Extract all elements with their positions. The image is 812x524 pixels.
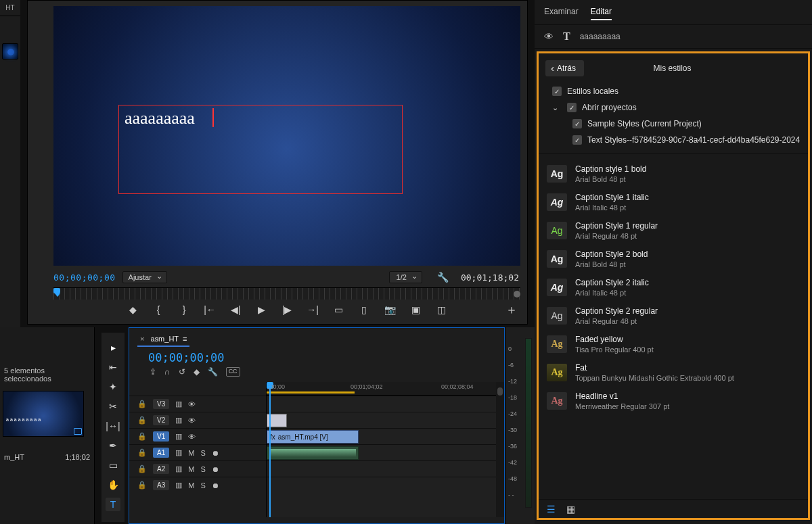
style-item[interactable]: AgHeadline v1Merriweather Regular 307 pt xyxy=(539,387,808,415)
track-target-a1[interactable]: A1 xyxy=(153,448,169,458)
style-item[interactable]: AgCaption Style 1 italicArial Italic 48 … xyxy=(539,188,808,216)
linked-sel-icon[interactable]: ↺ xyxy=(179,367,185,377)
mute-icon[interactable]: M xyxy=(188,481,194,490)
filter-local-styles[interactable]: Estilos locales xyxy=(567,87,618,96)
style-item[interactable]: AgCaption Style 2 italicArial Italic 48 … xyxy=(539,273,808,302)
eye-icon[interactable]: 👁 xyxy=(544,31,554,42)
lane-a2[interactable] xyxy=(267,460,504,477)
filter-text-styles-file[interactable]: Text Styles--f5784529-90c7-8a41-cecf-dd4… xyxy=(587,135,800,145)
resolution-select[interactable]: 1/2 xyxy=(389,271,422,283)
lock-icon[interactable]: 🔒 xyxy=(137,481,147,490)
go-to-in-icon[interactable]: |← xyxy=(204,304,216,316)
title-text[interactable]: aaaaaaaaa xyxy=(125,108,195,128)
back-button[interactable]: Atrás xyxy=(545,60,584,76)
style-item[interactable]: AgCaption style 1 boldArial Bold 48 pt xyxy=(539,160,808,188)
chevron-down-icon[interactable]: ⌄ xyxy=(552,103,562,112)
project-clip-name[interactable]: m_HT xyxy=(4,453,24,461)
checkbox[interactable] xyxy=(552,87,562,96)
filmstrip-icon[interactable]: ▥ xyxy=(175,465,182,473)
tl-settings-icon[interactable]: 🔧 xyxy=(208,367,218,377)
play-icon[interactable]: ▶ xyxy=(255,304,267,316)
program-end-marker[interactable] xyxy=(514,291,520,297)
timeline-playhead-tc[interactable]: 00;00;00;00 xyxy=(137,347,496,367)
filmstrip-icon[interactable]: ▥ xyxy=(175,432,182,441)
solo-icon[interactable]: S xyxy=(200,481,205,490)
track-target-v3[interactable]: V3 xyxy=(153,399,169,409)
timeline-ruler[interactable]: ;00;00 00;01;04;02 00;02;08;04 xyxy=(267,382,504,396)
style-item[interactable]: AgFaded yellowTisa Pro Regular 400 pt xyxy=(539,330,808,358)
voiceover-icon[interactable]: ⏺ xyxy=(212,481,219,490)
close-icon[interactable]: × xyxy=(140,335,144,343)
mark-out-icon[interactable]: } xyxy=(178,304,190,316)
list-view-icon[interactable]: ☰ xyxy=(547,504,556,515)
lane-v2[interactable] xyxy=(267,412,504,428)
cc-icon[interactable]: CC xyxy=(226,367,240,377)
button-editor-icon[interactable]: ＋ xyxy=(505,302,518,318)
type-tool-icon[interactable]: T xyxy=(106,498,120,511)
left-tab-ht[interactable]: HT xyxy=(0,0,20,16)
tab-browse[interactable]: Examinar xyxy=(544,7,579,20)
style-item[interactable]: AgFatToppan Bunkyu Midashi Gothic Extrab… xyxy=(539,358,808,387)
lane-a1[interactable] xyxy=(267,444,504,460)
tab-edit[interactable]: Editar xyxy=(591,7,612,20)
solo-icon[interactable]: S xyxy=(200,449,205,457)
checkbox[interactable] xyxy=(572,135,582,145)
lock-icon[interactable]: 🔒 xyxy=(137,448,147,457)
track-target-v2[interactable]: V2 xyxy=(153,415,169,425)
timeline-track-area[interactable]: ;00;00 00;01;04;02 00;02;08;04 fx asm_HT… xyxy=(266,382,504,517)
track-target-a3[interactable]: A3 xyxy=(153,480,169,490)
sequence-tab[interactable]: × asm_HT ≡ xyxy=(137,333,189,347)
compare-icon[interactable]: ▣ xyxy=(409,304,422,316)
voiceover-icon[interactable]: ⏺ xyxy=(212,465,219,473)
razor-tool-icon[interactable]: ✂ xyxy=(106,400,120,413)
checkbox[interactable] xyxy=(567,103,577,112)
step-back-icon[interactable]: ◀| xyxy=(229,304,242,316)
voiceover-icon[interactable]: ⏺ xyxy=(212,449,219,457)
filmstrip-icon[interactable]: ▥ xyxy=(175,481,182,490)
filter-sample-styles[interactable]: Sample Styles (Current Project) xyxy=(587,119,702,128)
style-item[interactable]: AgCaption Style 1 regularArial Regular 4… xyxy=(539,216,808,245)
style-item[interactable]: AgCaption Style 2 regularArial Regular 4… xyxy=(539,302,808,330)
track-target-v1[interactable]: V1 xyxy=(153,431,169,442)
title-text-frame[interactable]: aaaaaaaaa xyxy=(118,105,403,194)
lift-icon[interactable]: ▭ xyxy=(332,304,344,316)
mute-icon[interactable]: M xyxy=(188,449,194,457)
timeline-vscroll[interactable] xyxy=(496,382,504,517)
settings-wrench-icon[interactable]: 🔧 xyxy=(437,272,449,283)
program-viewport[interactable]: aaaaaaaaa xyxy=(53,6,520,266)
solo-icon[interactable]: S xyxy=(200,465,205,473)
lock-icon[interactable]: 🔒 xyxy=(137,400,147,408)
lane-v1[interactable]: fx asm_HT.mp4 [V] xyxy=(267,428,504,444)
nest-icon[interactable]: ⇪ xyxy=(150,367,156,377)
program-playhead[interactable] xyxy=(53,288,62,296)
filter-open-projects[interactable]: Abrir proyectos xyxy=(582,103,637,112)
lock-icon[interactable]: 🔒 xyxy=(137,416,147,425)
eye-icon[interactable]: 👁 xyxy=(188,416,196,425)
left-source-thumb[interactable] xyxy=(2,43,18,59)
rectangle-tool-icon[interactable]: ▭ xyxy=(106,458,120,472)
zoom-fit-select[interactable]: Ajustar xyxy=(122,271,167,283)
filmstrip-icon[interactable]: ▥ xyxy=(175,448,182,457)
project-thumb[interactable]: aaaaaaaaa xyxy=(3,391,84,437)
step-fwd-icon[interactable]: |▶ xyxy=(281,304,293,316)
track-select-tool-icon[interactable]: ⇤ xyxy=(106,360,120,374)
mark-in-icon[interactable]: { xyxy=(152,304,164,316)
filmstrip-icon[interactable]: ▥ xyxy=(175,416,182,425)
lock-icon[interactable]: 🔒 xyxy=(137,465,147,473)
extract-icon[interactable]: ▯ xyxy=(358,304,370,316)
style-item[interactable]: AgCaption Style 2 boldArial Bold 48 pt xyxy=(539,245,808,273)
track-target-a2[interactable]: A2 xyxy=(153,464,169,474)
lane-v3[interactable] xyxy=(267,396,504,412)
go-to-out-icon[interactable]: →| xyxy=(307,304,319,316)
marker-icon[interactable]: ◆ xyxy=(194,367,200,377)
snap-icon[interactable]: ∩ xyxy=(164,367,171,377)
mute-icon[interactable]: M xyxy=(188,465,194,473)
pen-tool-icon[interactable]: ✒ xyxy=(106,439,120,452)
video-clip[interactable]: fx asm_HT.mp4 [V] xyxy=(267,430,359,444)
program-ruler[interactable] xyxy=(53,287,520,300)
eye-icon[interactable]: 👁 xyxy=(188,433,196,441)
eye-icon[interactable]: 👁 xyxy=(188,400,196,408)
add-marker-icon[interactable]: ◆ xyxy=(127,304,139,316)
graphics-layer-row[interactable]: 👁 T aaaaaaaaa xyxy=(535,24,812,49)
safe-margins-icon[interactable]: ◫ xyxy=(435,304,447,316)
